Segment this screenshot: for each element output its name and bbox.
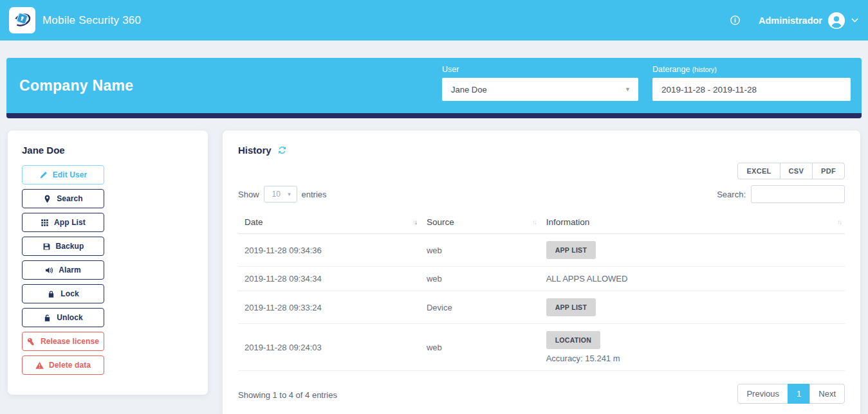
table-row: 2019-11-28 09:34:36 web APP LIST (238, 234, 845, 267)
cell-source: web (420, 234, 540, 267)
info-text: Accuracy: 15.241 m (546, 354, 838, 363)
table-body: 2019-11-28 09:34:36 web APP LIST 2019-11… (238, 234, 845, 371)
company-banner: Company Name User Jane Doe ▼ Daterange (… (6, 58, 862, 118)
app-list-button[interactable]: App List (22, 213, 104, 232)
unlock-icon (43, 314, 51, 322)
save-icon (42, 242, 51, 251)
sort-icon: ↑↓ (532, 219, 536, 226)
length-menu-suffix: entries (302, 190, 327, 199)
grid-icon (41, 219, 49, 227)
daterange-label-suffix: (history) (692, 66, 717, 73)
history-panel: History EXCEL CSV PDF Show 10 ▼ entries … (223, 130, 860, 414)
table-row: 2019-11-28 09:24:03 web LOCATION Accurac… (238, 324, 845, 371)
app-logo-icon (9, 7, 35, 33)
unlock-button[interactable]: Unlock (22, 308, 104, 327)
volume-icon (45, 266, 53, 274)
cell-date: 2019-11-28 09:33:24 (238, 291, 420, 324)
table-summary: Showing 1 to 4 of 4 entries (238, 390, 337, 404)
action-label: Unlock (57, 313, 83, 322)
column-header-information[interactable]: Information↑↓ (540, 212, 845, 234)
table-row: 2019-11-28 09:33:24 Device APP LIST (238, 291, 845, 324)
daterange-input[interactable] (652, 78, 851, 101)
company-name: Company Name (19, 77, 133, 94)
user-select[interactable]: Jane Doe ▼ (442, 78, 638, 101)
app-title: Mobile Security 360 (42, 14, 141, 27)
cell-information: LOCATION Accuracy: 15.241 m (540, 324, 845, 371)
length-menu: Show 10 ▼ entries (238, 186, 327, 203)
search-label: Search: (717, 190, 746, 199)
search-input[interactable] (751, 185, 845, 203)
page-1-button[interactable]: 1 (788, 384, 810, 404)
action-label: Search (57, 194, 83, 203)
alarm-button[interactable]: Alarm (22, 260, 104, 280)
user-menu-label: Administrador (759, 15, 822, 26)
lock-button[interactable]: Lock (22, 284, 104, 303)
table-row: 2019-11-28 09:34:34 web ALL APPS ALLOWED (238, 267, 845, 291)
history-table: Date↑↓ Source↑↓ Information↑↓ 2019-11-28… (238, 212, 845, 371)
action-label: Edit User (53, 170, 88, 179)
table-search: Search: (717, 185, 845, 203)
key-icon (27, 338, 35, 346)
action-label: Lock (60, 289, 78, 298)
cell-source: web (420, 267, 540, 291)
export-csv-button[interactable]: CSV (780, 163, 813, 179)
sort-icon: ↑↓ (837, 219, 841, 226)
user-menu[interactable]: Administrador (759, 12, 859, 29)
action-label: Release license (41, 337, 99, 346)
chevron-down-icon: ▼ (287, 192, 292, 197)
export-excel-button[interactable]: EXCEL (737, 163, 780, 179)
refresh-icon[interactable] (277, 145, 287, 155)
pencil-icon (39, 171, 48, 179)
column-header-source[interactable]: Source↑↓ (420, 212, 540, 234)
user-select-value: Jane Doe (451, 85, 487, 94)
lock-icon (47, 290, 55, 298)
map-marker-icon (43, 195, 51, 203)
info-text: ALL APPS ALLOWED (546, 274, 838, 284)
chevron-down-icon (851, 16, 859, 24)
user-field-label: User (442, 65, 638, 74)
export-pdf-button[interactable]: PDF (812, 163, 845, 179)
edit-user-button[interactable]: Edit User (22, 165, 104, 184)
chevron-down-icon: ▼ (625, 86, 631, 93)
search-button[interactable]: Search (22, 189, 104, 208)
action-label: Delete data (49, 361, 91, 370)
cell-information: APP LIST (540, 291, 845, 324)
sidebar-user-name: Jane Doe (22, 145, 194, 156)
cell-date: 2019-11-28 09:34:36 (238, 234, 420, 267)
user-actions-sidebar: Jane Doe Edit User Search App List Backu… (8, 130, 208, 395)
delete-data-button[interactable]: Delete data (22, 356, 104, 375)
page-size-value: 10 (272, 190, 281, 199)
action-label: Alarm (59, 266, 81, 274)
page-size-select[interactable]: 10 ▼ (264, 186, 297, 203)
action-label: App List (54, 218, 86, 227)
next-page-button[interactable]: Next (809, 384, 845, 404)
pagination: Previous 1 Next (737, 384, 845, 404)
length-menu-prefix: Show (238, 190, 259, 199)
sidebar-actions-list: Edit User Search App List Backup Alarm L… (22, 165, 194, 375)
column-header-date[interactable]: Date↑↓ (238, 212, 420, 234)
info-circle-icon[interactable] (730, 15, 741, 26)
top-navbar: Mobile Security 360 Administrador (0, 0, 868, 40)
previous-page-button[interactable]: Previous (737, 384, 788, 404)
user-field: User Jane Doe ▼ (442, 65, 638, 101)
warning-icon (35, 361, 44, 370)
info-action-badge[interactable]: LOCATION (546, 331, 600, 349)
release-license-button[interactable]: Release license (22, 332, 104, 351)
panel-title: History (238, 145, 272, 156)
cell-information: APP LIST (540, 234, 845, 267)
daterange-field: Daterange (history) (652, 65, 851, 101)
cell-information: ALL APPS ALLOWED (540, 267, 845, 291)
daterange-label: Daterange (652, 65, 690, 74)
info-action-badge[interactable]: APP LIST (546, 241, 596, 259)
cell-source: Device (420, 291, 540, 324)
info-action-badge[interactable]: APP LIST (546, 298, 596, 316)
cell-date: 2019-11-28 09:34:34 (238, 267, 420, 291)
backup-button[interactable]: Backup (22, 237, 104, 256)
brand-link[interactable]: Mobile Security 360 (9, 7, 141, 33)
cell-date: 2019-11-28 09:24:03 (238, 324, 420, 371)
user-circle-icon (828, 12, 845, 29)
export-button-group: EXCEL CSV PDF (737, 163, 845, 179)
sort-icon: ↑↓ (412, 219, 416, 226)
action-label: Backup (56, 242, 84, 251)
table-header-row: Date↑↓ Source↑↓ Information↑↓ (238, 212, 845, 234)
